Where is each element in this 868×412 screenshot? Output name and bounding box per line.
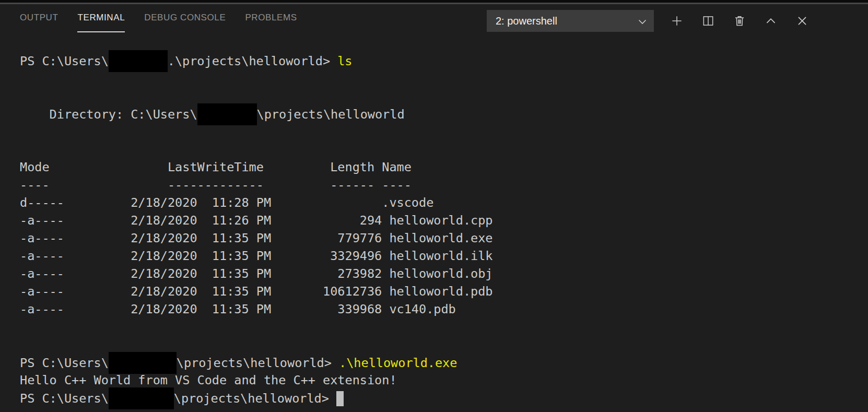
terminal-text: -a---- 2/18/2020 11:35 PM 779776 hellowo…	[20, 231, 492, 245]
terminal-text: \projects\helloworld	[257, 107, 405, 122]
terminal-line	[20, 87, 868, 105]
terminal-line	[20, 336, 868, 354]
tab-output[interactable]: OUTPUT	[20, 13, 58, 32]
terminal-line: -a---- 2/18/2020 11:35 PM 273982 hellowo…	[20, 265, 868, 282]
terminal-text: Mode LastWriteTime Length Name	[20, 160, 412, 174]
terminal-line: -a---- 2/18/2020 11:35 PM 3329496 hellow…	[20, 247, 868, 265]
terminal-action-buttons	[670, 14, 810, 28]
tab-problems[interactable]: PROBLEMS	[245, 13, 297, 32]
terminal-text: \projects\helloworld>	[174, 391, 336, 406]
redaction-box	[109, 352, 177, 374]
terminal-line: Mode LastWriteTime Length Name	[20, 158, 868, 176]
terminal-line	[20, 318, 868, 336]
terminal-picker-dropdown[interactable]: 2: powershell	[487, 10, 654, 32]
terminal-line: -a---- 2/18/2020 11:35 PM 779776 hellowo…	[20, 229, 868, 247]
terminal-line: ---- ------------- ------ ----	[20, 176, 868, 194]
maximize-panel-button[interactable]	[764, 14, 778, 28]
terminal-output[interactable]: PS C:\Users\.\projects\helloworld> ls Di…	[20, 52, 868, 412]
terminal-text: -a---- 2/18/2020 11:35 PM 3329496 hellow…	[20, 249, 492, 263]
terminal-line: d----- 2/18/2020 11:28 PM .vscode	[20, 194, 868, 211]
redaction-box	[197, 103, 257, 125]
terminal-line: -a---- 2/18/2020 11:35 PM 10612736 hello…	[20, 282, 868, 300]
split-terminal-button[interactable]	[701, 14, 715, 28]
tab-terminal[interactable]: TERMINAL	[77, 13, 125, 32]
terminal-text: ---- ------------- ------ ----	[20, 178, 412, 192]
close-panel-button[interactable]	[795, 14, 810, 28]
terminal-line	[20, 69, 868, 87]
trash-icon	[733, 14, 746, 28]
terminal-text: PS C:\Users\	[20, 54, 109, 68]
chevron-down-icon	[638, 15, 647, 27]
command-text: ls	[337, 54, 352, 68]
new-terminal-button[interactable]	[670, 14, 684, 28]
plus-icon	[670, 14, 684, 28]
terminal-line: -a---- 2/18/2020 11:35 PM 339968 vc140.p…	[20, 300, 868, 318]
terminal-text: -a---- 2/18/2020 11:26 PM 294 helloworld…	[20, 213, 492, 228]
terminal-text: PS C:\Users\	[20, 391, 109, 406]
chevron-up-icon	[764, 14, 778, 28]
terminal-line: Directory: C:\Users\\projects\helloworld	[20, 105, 868, 123]
terminal-line	[20, 140, 868, 158]
terminal-line	[20, 123, 868, 140]
redaction-box	[109, 387, 174, 409]
terminal-text: \projects\helloworld>	[177, 356, 339, 370]
terminal-line: PS C:\Users\.\projects\helloworld> ls	[20, 52, 868, 69]
terminal-text: Directory: C:\Users\	[20, 107, 197, 122]
redaction-box	[109, 50, 168, 72]
terminal-controls: 2: powershell	[487, 10, 810, 32]
terminal-text: -a---- 2/18/2020 11:35 PM 273982 hellowo…	[20, 266, 492, 281]
tab-debug-console[interactable]: DEBUG CONSOLE	[144, 13, 226, 32]
terminal-text: Hello C++ World from VS Code and the C++…	[20, 373, 397, 387]
terminal-line: -a---- 2/18/2020 11:26 PM 294 helloworld…	[20, 211, 868, 229]
panel-resize-sash[interactable]	[0, 3, 868, 4]
terminal-text: -a---- 2/18/2020 11:35 PM 10612736 hello…	[20, 284, 492, 299]
terminal-line: Hello C++ World from VS Code and the C++…	[20, 371, 868, 389]
terminal-cursor	[336, 391, 344, 406]
terminal-text: -a---- 2/18/2020 11:35 PM 339968 vc140.p…	[20, 302, 456, 316]
terminal-picker-value: 2: powershell	[496, 15, 557, 27]
terminal-line: PS C:\Users\\projects\helloworld> .\hell…	[20, 354, 868, 371]
command-text: .\helloworld.exe	[339, 356, 457, 370]
terminal-panel: OUTPUT TERMINAL DEBUG CONSOLE PROBLEMS 2…	[0, 0, 868, 412]
terminal-line: PS C:\Users\\projects\helloworld>	[20, 389, 868, 407]
terminal-text: d----- 2/18/2020 11:28 PM .vscode	[20, 195, 433, 210]
split-icon	[701, 14, 715, 28]
terminal-text: .\projects\helloworld>	[168, 54, 337, 68]
kill-terminal-button[interactable]	[732, 14, 747, 28]
panel-tab-bar: OUTPUT TERMINAL DEBUG CONSOLE PROBLEMS	[20, 13, 297, 32]
close-icon	[795, 14, 809, 28]
terminal-text: PS C:\Users\	[20, 356, 109, 370]
